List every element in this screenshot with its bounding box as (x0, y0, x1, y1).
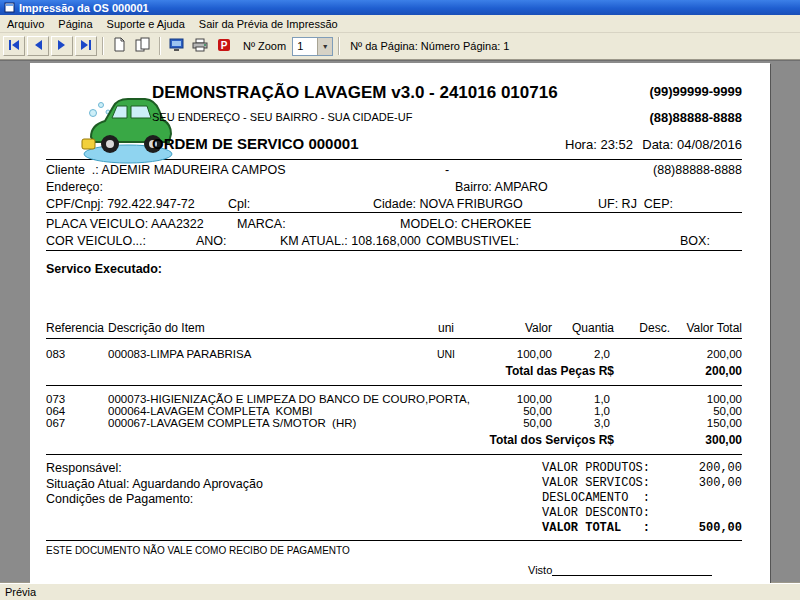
cell-valor: 100,00 (474, 393, 556, 405)
total-pecas-label: Total das Peças R$ (108, 364, 628, 378)
visto-label: Visto (528, 564, 552, 576)
summary-left: Responsável: Situação Atual: Aguardando … (46, 461, 542, 536)
table-row: 073 000073-HIGIENIZAÇÃO E LIMPEZA DO BAN… (46, 393, 742, 405)
last-page-icon (79, 39, 93, 54)
client-cpl: Cpl: (228, 197, 250, 211)
pdf-icon: P (217, 38, 231, 55)
client-uf-cep: UF: RJ CEP: (598, 197, 673, 211)
cell-ref: 064 (46, 405, 108, 417)
report-header: DEMONSTRAÇÃO LAVAGEM v3.0 - 241016 01071… (46, 71, 742, 159)
client-phone: (88)88888-8888 (653, 163, 742, 177)
menu-bar: Arquivo Página Suporte e Ajuda Sair da P… (0, 15, 800, 33)
menu-sair-previa[interactable]: Sair da Prévia de Impressão (192, 17, 345, 31)
col-header-desconto: Desc. (628, 321, 678, 335)
cell-quantia: 1,0 (556, 405, 628, 417)
summary-row-total: VALOR TOTAL : 500,00 (542, 521, 742, 536)
cell-desc: 000083-LIMPA PARABRISA (108, 348, 418, 360)
toolbar-divider (338, 37, 339, 55)
menu-arquivo[interactable]: Arquivo (0, 17, 51, 31)
disclaimer-text: ESTE DOCUMENTO NÃO VALE COMO RECIBO DE P… (46, 545, 742, 556)
vehicle-km: KM ATUAL.: 108.168,000 (280, 234, 421, 248)
table-row: 083 000083-LIMPA PARABRISA UNI 100,00 2,… (46, 348, 742, 360)
table-row: 064 000064-LAVAGEM COMPLETA KOMBI 50,00 … (46, 405, 742, 417)
cell-quantia: 2,0 (556, 348, 628, 360)
client-address-label: Endereço: (46, 180, 103, 194)
cell-desc: 000064-LAVAGEM COMPLETA KOMBI (108, 405, 418, 417)
client-separator: - (445, 163, 449, 177)
vehicle-box: BOX: (680, 234, 710, 248)
client-bairro: Bairro: AMPARO (455, 180, 548, 194)
first-page-icon (7, 39, 21, 54)
company-phone-2: (88)88888-8888 (649, 110, 742, 125)
vehicle-ano: ANO: (196, 234, 227, 248)
toolbar-divider (102, 37, 103, 55)
cell-desc: 000073-HIGIENIZAÇÃO E LIMPEZA DO BANCO D… (108, 393, 418, 405)
cell-total: 50,00 (678, 405, 742, 417)
company-phone-1: (99)99999-9999 (649, 84, 742, 99)
cell-total: 200,00 (678, 348, 742, 360)
divider (46, 454, 742, 455)
visto-row: Visto (528, 563, 742, 576)
nav-prev-button[interactable] (27, 36, 49, 56)
toolbar-divider (159, 37, 160, 55)
nav-first-button[interactable] (3, 36, 25, 56)
divider (46, 338, 742, 339)
valor-total-label: VALOR TOTAL : (542, 521, 650, 536)
zoom-select[interactable]: 1 ▼ (292, 37, 333, 56)
client-section: Cliente .: ADEMIR MADUREIRA CAMPOS - (88… (46, 160, 742, 212)
order-date: Data: 04/08/2016 (642, 137, 742, 152)
cell-quantia: 3,0 (556, 417, 628, 429)
zoom-value: 1 (293, 38, 317, 55)
menu-pagina[interactable]: Página (51, 17, 99, 31)
deslocamento-label: DESLOCAMENTO : (542, 491, 650, 506)
valor-produtos-value: 200,00 (699, 461, 742, 476)
client-cpf: CPF/Cnpj: 792.422.947-72 (46, 197, 195, 211)
chevron-down-icon[interactable]: ▼ (317, 38, 332, 55)
summary-section: Responsável: Situação Atual: Aguardando … (46, 461, 742, 536)
printer-icon (192, 38, 208, 55)
order-title: ORDEM DE SERVICO 000001 (152, 135, 358, 152)
vehicle-cor: COR VEICULO...: (46, 234, 146, 248)
order-time: Hora: 23:52 (565, 137, 633, 152)
cell-ref: 067 (46, 417, 108, 429)
vehicle-section: PLACA VEICULO: AAA2322 MARCA: MODELO: CH… (46, 213, 742, 250)
col-header-valor: Valor (474, 321, 556, 335)
preview-area[interactable]: DEMONSTRAÇÃO LAVAGEM v3.0 - 241016 01071… (0, 60, 800, 583)
svg-text:P: P (221, 40, 228, 51)
vehicle-modelo: MODELO: CHEROKEE (400, 217, 531, 231)
page-icon (113, 37, 126, 55)
print-button[interactable] (189, 36, 211, 56)
two-pages-view-button[interactable] (132, 36, 154, 56)
cell-valor: 50,00 (474, 405, 556, 417)
visto-signature-line (552, 563, 712, 576)
menu-suporte[interactable]: Suporte e Ajuda (100, 17, 192, 31)
total-pecas-value: 200,00 (678, 364, 742, 378)
export-image-button[interactable] (165, 36, 187, 56)
col-header-valor-total: Valor Total (678, 321, 742, 335)
total-servicos-label: Total dos Serviços R$ (108, 433, 628, 447)
title-bar[interactable]: Impressão da OS 000001 (0, 0, 800, 15)
client-name: Cliente .: ADEMIR MADUREIRA CAMPOS (46, 163, 286, 177)
client-cidade: Cidade: NOVA FRIBURGO (373, 197, 523, 211)
company-title: DEMONSTRAÇÃO LAVAGEM v3.0 - 241016 01071… (152, 83, 558, 103)
cell-valor: 50,00 (474, 417, 556, 429)
nav-next-button[interactable] (51, 36, 73, 56)
monitor-icon (169, 38, 184, 55)
next-page-icon (56, 39, 68, 54)
single-page-view-button[interactable] (108, 36, 130, 56)
total-pecas-row: Total das Peças R$ 200,00 (46, 364, 742, 378)
valor-servicos-value: 300,00 (699, 476, 742, 491)
col-header-uni: uni (418, 321, 474, 335)
pdf-export-button[interactable]: P (213, 36, 235, 56)
condicoes-pagamento: Condições de Pagamento: (46, 492, 542, 508)
company-address: SEU ENDEREÇO - SEU BAIRRO - SUA CIDADE-U… (152, 111, 412, 123)
nav-last-button[interactable] (75, 36, 97, 56)
page-number-info: Nº da Página: Número Página: 1 (350, 40, 509, 52)
divider (46, 540, 742, 541)
divider (46, 385, 742, 386)
divider (46, 250, 742, 251)
status-bar: Prévia (0, 583, 800, 600)
cell-quantia: 1,0 (556, 393, 628, 405)
cell-total: 100,00 (678, 393, 742, 405)
cell-uni: UNI (418, 348, 474, 360)
